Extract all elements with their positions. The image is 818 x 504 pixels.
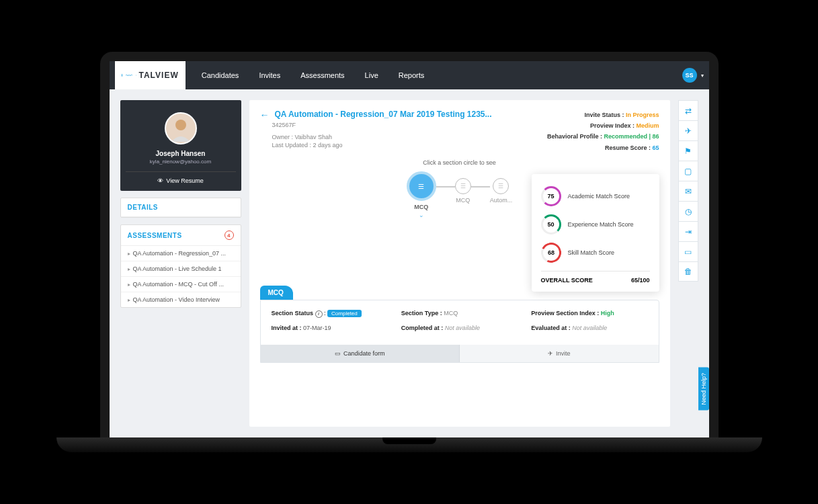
view-resume-button[interactable]: 👁 View Resume (126, 171, 236, 184)
section-tab[interactable]: MCQ (260, 286, 293, 300)
users-icon[interactable]: ⚑ (678, 140, 698, 161)
back-arrow-icon[interactable]: ← (260, 110, 270, 120)
chevron-down-icon: ▾ (701, 73, 704, 79)
svg-point-0 (175, 120, 186, 130)
profile-card: Joseph Hansen kyla_nienow@yahoo.com 👁 Vi… (120, 100, 241, 191)
list-item[interactable]: QA Automation - MCQ - Cut Off ... (121, 277, 241, 292)
nav-assessments[interactable]: Assessments (300, 71, 344, 79)
topbar: 〰 TALVIEW Candidates Invites Assessments… (110, 61, 709, 89)
section-circle-active[interactable]: ☰ (407, 171, 436, 201)
need-help-button[interactable]: Need Help? (698, 368, 709, 411)
send-icon[interactable]: ✈ (678, 120, 698, 140)
behavioral-value: Recommended | 86 (604, 133, 659, 140)
clipboard-icon[interactable]: ▢ (678, 161, 698, 181)
chevron-down-icon: ⌄ (419, 212, 424, 218)
assessments-panel: ASSESSMENTS 4 ▸ QA Automation - Regressi… (120, 224, 241, 308)
list-item[interactable]: QA Automation - Video Interview (121, 292, 241, 307)
section-circle-label: MCQ (414, 204, 428, 210)
overall-score-label: OVERALL SCORE (541, 277, 593, 284)
list-item[interactable]: QA Automation - Regression_07 ... (121, 246, 241, 261)
section-invited: Invited at : 07-Mar-19 (272, 325, 388, 331)
profile-name: Joseph Hansen (126, 150, 236, 157)
sections-hint: Click a section circle to see (260, 159, 659, 166)
section-type: Section Type : MCQ (401, 310, 518, 318)
nav-invites[interactable]: Invites (259, 71, 280, 79)
details-panel[interactable]: DETAILS (120, 198, 241, 218)
send-icon: ✈ (548, 350, 553, 357)
academic-score-ring: 75 (541, 186, 561, 206)
candidate-form-button[interactable]: ▭ Candidate form (261, 345, 460, 362)
proview-index-value: Medium (636, 122, 659, 129)
section-circle[interactable]: ☰ (493, 178, 509, 194)
overall-score-value: 65/100 (631, 277, 650, 284)
eye-icon: 👁 (157, 177, 163, 184)
experience-score-label: Experience Match Score (568, 221, 634, 228)
main-content: ← QA Automation - Regression_07 Mar 2019… (249, 100, 670, 427)
assessments-title: ASSESSMENTS 4 (121, 225, 241, 246)
clock-icon[interactable]: ◷ (678, 201, 698, 221)
invite-button[interactable]: ✈ Invite (460, 345, 659, 362)
status-badge: Completed (327, 310, 362, 317)
section-evaluated: Evaluated at : Not available (531, 325, 647, 331)
main-nav: Candidates Invites Assessments Live Repo… (202, 71, 425, 79)
user-avatar: SS (682, 68, 697, 83)
delete-icon[interactable]: 🗑 (678, 261, 698, 282)
list-item[interactable]: QA Automation - Live Schedule 1 (121, 261, 241, 277)
section-proview: Proview Section Index : High (531, 310, 647, 318)
right-rail: ⇄ ✈ ⚑ ▢ ✉ ◷ ⇥ ▭ 🗑 (678, 100, 698, 427)
section-circle-label: MCQ (456, 197, 470, 204)
skill-score-ring: 68 (538, 240, 563, 265)
brand-logo[interactable]: 〰 TALVIEW (115, 61, 186, 89)
experience-score-ring: 50 (541, 214, 561, 235)
user-menu[interactable]: SS ▾ (682, 68, 704, 83)
monitor-icon[interactable]: ▭ (678, 241, 698, 261)
document-icon: ▭ (335, 350, 341, 357)
section-status: Section Status i : Completed (272, 310, 388, 318)
score-popover: 75 Academic Match Score 50 Experience Ma… (532, 174, 659, 292)
section-panel: MCQ Section Status i : Completed Section… (260, 286, 659, 363)
resume-score-value: 65 (652, 144, 659, 151)
section-circle-label: Autom... (490, 197, 513, 204)
info-icon[interactable]: i (315, 310, 323, 318)
details-title: DETAILS (121, 198, 241, 217)
profile-email: kyla_nienow@yahoo.com (126, 159, 236, 165)
profile-photo (165, 112, 197, 144)
invite-status-value: In Progress (626, 112, 659, 118)
page-title[interactable]: QA Automation - Regression_07 Mar 2019 T… (275, 110, 492, 119)
mail-icon[interactable]: ✉ (678, 181, 698, 201)
list-icon: ☰ (418, 183, 424, 190)
export-icon[interactable]: ⇥ (678, 221, 698, 241)
view-resume-label: View Resume (166, 177, 203, 184)
nav-reports[interactable]: Reports (399, 71, 425, 79)
nav-live[interactable]: Live (365, 71, 378, 79)
logo-icon: 〰 (122, 68, 136, 83)
stats-block: Invite Status : In Progress Proview Inde… (547, 110, 659, 153)
skill-score-label: Skill Match Score (568, 249, 615, 256)
section-completed: Completed at : Not available (401, 325, 518, 331)
assessments-count-badge: 4 (224, 230, 234, 240)
brand-name: TALVIEW (139, 71, 179, 80)
swap-icon[interactable]: ⇄ (678, 100, 698, 120)
assessments-title-text: ASSESSMENTS (128, 232, 182, 239)
nav-candidates[interactable]: Candidates (202, 71, 239, 79)
academic-score-label: Academic Match Score (568, 193, 630, 200)
section-circle[interactable]: ☰ (455, 178, 471, 194)
